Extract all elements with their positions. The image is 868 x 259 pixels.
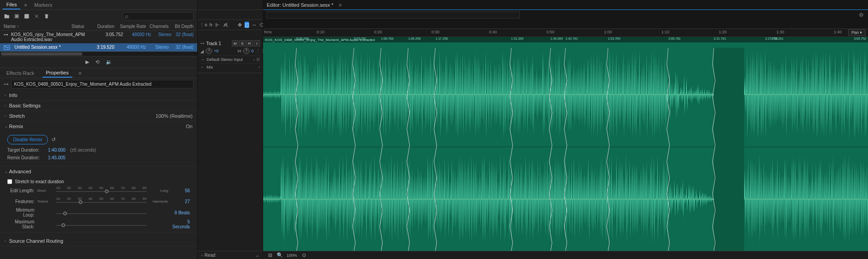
slider-value[interactable]: 56 <box>171 188 190 193</box>
reset-icon[interactable]: ↺ <box>52 137 56 143</box>
fx-icon[interactable]: fx <box>209 22 212 28</box>
track-input-row[interactable]: → Default Stereo Input › ∅ <box>200 56 260 63</box>
clip-marker: 1:42.761 <box>566 37 578 40</box>
tab-effects-rack[interactable]: Effects Rack <box>3 69 38 77</box>
files-hscrollbar[interactable] <box>0 51 197 56</box>
phase-icon[interactable]: ∅ <box>256 57 260 62</box>
waveform-area[interactable]: KOS_KOS_0488_00501_Enjoy_The_Moment_APM … <box>263 37 868 251</box>
file-row[interactable]: ⊶KOS_KOS_njoy_The_Moment_APM Audio Extra… <box>0 31 197 43</box>
editor-address-input[interactable] <box>267 11 520 18</box>
chevron-right-icon: › <box>201 253 203 258</box>
svg-point-4 <box>860 14 862 16</box>
col-duration[interactable]: Duration <box>90 24 114 29</box>
files-column-header[interactable]: Name ↑ Status Duration Sample Rate Chann… <box>0 23 197 31</box>
editor-label: Editor: Untitled Session.sesx * <box>267 2 333 8</box>
section-remix[interactable]: ⌄ Remix On <box>0 121 197 131</box>
panel-menu-icon[interactable]: ≡ <box>22 2 28 8</box>
zoom-level[interactable]: 100% <box>287 253 297 258</box>
close-icon[interactable] <box>33 13 40 19</box>
razor-tool-icon[interactable]: ◫ <box>245 22 249 28</box>
automation-mode-row[interactable]: › Read ⌄ <box>198 251 263 259</box>
file-name: Untitled Session.sesx * <box>14 45 71 50</box>
mute-button[interactable]: M <box>232 40 238 46</box>
clip-marker: 1:00.768 <box>381 37 393 40</box>
pan-knob[interactable] <box>243 48 250 54</box>
clip-name-row: ⊶ <box>0 78 197 90</box>
trash-icon[interactable] <box>43 13 50 19</box>
section-advanced[interactable]: ⌄ Advanced <box>0 166 197 176</box>
zoom-reset-icon[interactable]: ⊙ <box>301 252 307 259</box>
remix-duration-row: Remix Duration: 1:45.005 <box>7 154 190 162</box>
zoom-tool-icon[interactable]: 🔍 <box>277 252 283 259</box>
loop-icon[interactable]: ⟲ <box>95 59 99 65</box>
clip-marker: 1:31.269 <box>511 37 524 40</box>
advanced-body: Stretch to exact duration Edit Length:Sh… <box>0 176 197 232</box>
ruler-tick: 1:30 <box>776 30 784 34</box>
clip-marker: 2:21.781 <box>714 37 726 40</box>
clip-title-bar[interactable]: KOS_KOS_0488_00501_Enjoy_The_Moment_APM … <box>263 37 868 42</box>
slider-value[interactable]: 27 <box>171 199 190 204</box>
sends-icon[interactable]: ⊩ <box>215 22 220 28</box>
track-output-row[interactable]: ← Mix › <box>200 63 260 71</box>
slip-tool-icon[interactable]: ↔ <box>252 22 257 28</box>
files-properties-panel: Files ≡ Markers ρ. Name ↑ Status Duratio… <box>0 0 198 259</box>
col-bit-depth[interactable]: Bit Depth <box>169 24 193 29</box>
slider-value[interactable]: 5 Seconds <box>171 219 190 229</box>
volume-value[interactable]: +0 <box>214 49 218 53</box>
solo-button[interactable]: S <box>239 40 245 46</box>
chevron-right-icon: › <box>5 239 9 243</box>
slider-track[interactable]: 102030405060708090 <box>56 186 146 195</box>
hybrid-tool-icon[interactable]: ⋮≡ <box>200 22 207 28</box>
files-search-input[interactable]: ρ. <box>123 12 193 20</box>
open-file-icon[interactable] <box>4 13 10 19</box>
section-stretch[interactable]: › Stretch 100% (Realtime) <box>0 111 197 121</box>
file-row[interactable]: Untitled Session.sesx *3:19.52048000 HzS… <box>0 43 197 51</box>
section-basic-settings[interactable]: › Basic Settings <box>0 101 197 111</box>
timeline-ruler[interactable]: hms 0:100:200:300:400:501:001:101:201:30… <box>263 29 868 37</box>
svg-point-0 <box>16 15 18 17</box>
audio-clip[interactable]: KOS_KOS_0488_00501_Enjoy_The_Moment_APM … <box>263 37 868 251</box>
zoom-out-v-icon[interactable]: ⊟ <box>267 252 273 259</box>
pan-dropdown[interactable]: Pan ▾ <box>848 29 865 36</box>
properties-menu-icon[interactable]: ≡ <box>77 70 83 76</box>
target-duration-value[interactable]: 1:40.000 <box>48 148 66 153</box>
tab-markers[interactable]: Markers <box>31 1 56 9</box>
track-name[interactable]: Track 1 <box>206 41 230 46</box>
stretch-value: 100% (Realtime) <box>156 113 193 119</box>
record-icon[interactable] <box>14 13 20 19</box>
eq-icon[interactable] <box>222 22 229 28</box>
ruler-tick: 0:30 <box>432 30 440 34</box>
session-icon <box>4 45 13 50</box>
play-icon[interactable]: ▶ <box>85 59 89 65</box>
move-tool-icon[interactable]: ✥ <box>238 22 242 28</box>
tab-properties[interactable]: Properties <box>42 69 72 78</box>
clip-name-input[interactable] <box>11 80 193 88</box>
tab-files[interactable]: Files <box>3 0 20 9</box>
monitor-button[interactable]: I <box>254 40 260 46</box>
col-sample-rate[interactable]: Sample Rate <box>114 24 146 29</box>
section-source-channel-routing[interactable]: › Source Channel Routing <box>0 236 197 246</box>
stretch-exact-checkbox[interactable] <box>7 179 12 184</box>
insert-icon[interactable] <box>24 13 30 19</box>
slider-features: Features:Timbre102030405060708090Harmoni… <box>7 196 190 207</box>
section-info[interactable]: › Info <box>0 90 197 100</box>
volume-knob[interactable] <box>206 48 212 54</box>
track-expand-icon[interactable]: ⊶ <box>200 41 204 46</box>
slider-track[interactable] <box>56 208 146 217</box>
chevron-right-icon: › <box>253 57 255 62</box>
settings-icon[interactable] <box>858 12 864 18</box>
autoplay-icon[interactable]: 🔉 <box>106 59 112 65</box>
pan-value[interactable]: 0 <box>251 49 254 53</box>
editor-menu-icon[interactable]: ≡ <box>337 2 343 8</box>
slider-value[interactable]: 8 Beats <box>171 210 190 215</box>
record-arm-button[interactable]: R <box>246 40 253 46</box>
disable-remix-button[interactable]: Disable Remix <box>7 135 48 144</box>
col-status[interactable]: Status <box>71 24 90 29</box>
pan-icon: ⋈ <box>237 49 241 53</box>
col-channels[interactable]: Channels <box>146 24 169 29</box>
slider-track[interactable]: 102030405060708090 <box>56 197 146 206</box>
col-name[interactable]: Name ↑ <box>4 24 71 29</box>
chevron-down-icon: ⌄ <box>5 124 9 129</box>
slider-track[interactable] <box>56 220 146 229</box>
clip-marker: 0:33.269 <box>297 37 309 40</box>
